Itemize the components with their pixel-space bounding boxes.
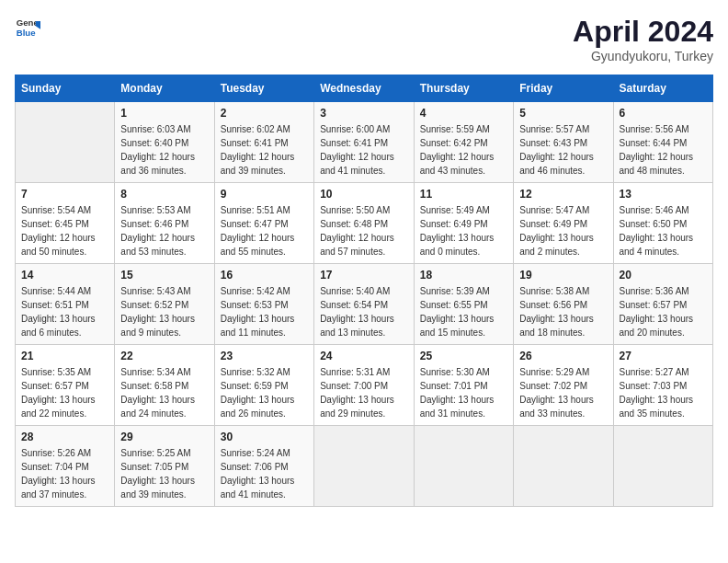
calendar-cell: 23Sunrise: 5:32 AMSunset: 6:59 PMDayligh… bbox=[214, 345, 313, 426]
day-number: 16 bbox=[221, 269, 308, 282]
cell-info: Sunrise: 5:44 AMSunset: 6:51 PMDaylight:… bbox=[21, 284, 108, 339]
day-number: 14 bbox=[21, 269, 108, 282]
cell-info: Sunrise: 5:24 AMSunset: 7:06 PMDaylight:… bbox=[221, 446, 308, 501]
calendar-cell: 18Sunrise: 5:39 AMSunset: 6:55 PMDayligh… bbox=[414, 264, 513, 345]
day-number: 27 bbox=[620, 350, 708, 362]
day-number: 23 bbox=[221, 350, 308, 362]
cell-info: Sunrise: 5:36 AMSunset: 6:57 PMDaylight:… bbox=[620, 284, 708, 339]
cell-info: Sunrise: 5:50 AMSunset: 6:48 PMDaylight:… bbox=[320, 203, 408, 259]
cell-info: Sunrise: 5:25 AMSunset: 7:05 PMDaylight:… bbox=[120, 446, 208, 501]
day-number: 21 bbox=[21, 350, 108, 362]
day-number: 8 bbox=[120, 188, 208, 201]
calendar-cell: 26Sunrise: 5:29 AMSunset: 7:02 PMDayligh… bbox=[514, 345, 613, 426]
day-number: 28 bbox=[21, 431, 108, 443]
calendar-subtitle: Gyundyukoru, Turkey bbox=[573, 49, 713, 63]
calendar-cell: 16Sunrise: 5:42 AMSunset: 6:53 PMDayligh… bbox=[214, 264, 313, 345]
calendar-cell: 24Sunrise: 5:31 AMSunset: 7:00 PMDayligh… bbox=[314, 345, 415, 426]
calendar-cell: 25Sunrise: 5:30 AMSunset: 7:01 PMDayligh… bbox=[414, 345, 513, 426]
calendar-cell: 21Sunrise: 5:35 AMSunset: 6:57 PMDayligh… bbox=[16, 345, 115, 426]
cell-info: Sunrise: 5:34 AMSunset: 6:58 PMDaylight:… bbox=[120, 365, 208, 420]
cell-info: Sunrise: 5:40 AMSunset: 6:54 PMDaylight:… bbox=[320, 284, 408, 339]
calendar-cell: 13Sunrise: 5:46 AMSunset: 6:50 PMDayligh… bbox=[613, 183, 713, 264]
header-friday: Friday bbox=[514, 75, 613, 102]
header-monday: Monday bbox=[115, 75, 214, 102]
calendar-cell: 12Sunrise: 5:47 AMSunset: 6:49 PMDayligh… bbox=[514, 183, 613, 264]
calendar-cell: 1Sunrise: 6:03 AMSunset: 6:40 PMDaylight… bbox=[115, 102, 214, 183]
calendar-title: April 2024 bbox=[573, 15, 713, 49]
day-number: 22 bbox=[120, 350, 208, 362]
header-thursday: Thursday bbox=[414, 75, 513, 102]
calendar-table: SundayMondayTuesdayWednesdayThursdayFrid… bbox=[15, 75, 713, 507]
day-number: 20 bbox=[620, 269, 708, 282]
cell-info: Sunrise: 6:03 AMSunset: 6:40 PMDaylight:… bbox=[120, 122, 208, 178]
day-number: 17 bbox=[320, 269, 408, 282]
cell-info: Sunrise: 6:02 AMSunset: 6:41 PMDaylight:… bbox=[221, 122, 308, 178]
title-area: April 2024 Gyundyukoru, Turkey bbox=[573, 15, 713, 63]
calendar-cell: 11Sunrise: 5:49 AMSunset: 6:49 PMDayligh… bbox=[414, 183, 513, 264]
cell-info: Sunrise: 5:46 AMSunset: 6:50 PMDaylight:… bbox=[620, 203, 708, 259]
day-number: 24 bbox=[320, 350, 408, 362]
day-number: 9 bbox=[221, 188, 308, 201]
day-number: 10 bbox=[320, 188, 408, 201]
calendar-week-row: 1Sunrise: 6:03 AMSunset: 6:40 PMDaylight… bbox=[16, 102, 713, 183]
day-number: 12 bbox=[519, 188, 607, 201]
calendar-cell: 9Sunrise: 5:51 AMSunset: 6:47 PMDaylight… bbox=[214, 183, 313, 264]
day-number: 7 bbox=[21, 188, 108, 201]
day-number: 3 bbox=[320, 107, 408, 120]
day-number: 30 bbox=[221, 431, 308, 443]
cell-info: Sunrise: 5:43 AMSunset: 6:52 PMDaylight:… bbox=[120, 284, 208, 339]
calendar-cell: 3Sunrise: 6:00 AMSunset: 6:41 PMDaylight… bbox=[314, 102, 415, 183]
calendar-cell: 20Sunrise: 5:36 AMSunset: 6:57 PMDayligh… bbox=[613, 264, 713, 345]
svg-marker-2 bbox=[36, 21, 40, 29]
day-number: 25 bbox=[420, 350, 507, 362]
cell-info: Sunrise: 5:31 AMSunset: 7:00 PMDaylight:… bbox=[320, 365, 408, 420]
header-wednesday: Wednesday bbox=[314, 75, 415, 102]
day-number: 26 bbox=[519, 350, 607, 362]
day-number: 5 bbox=[519, 107, 607, 120]
cell-info: Sunrise: 5:49 AMSunset: 6:49 PMDaylight:… bbox=[420, 203, 507, 259]
cell-info: Sunrise: 5:39 AMSunset: 6:55 PMDaylight:… bbox=[420, 284, 507, 339]
calendar-week-row: 21Sunrise: 5:35 AMSunset: 6:57 PMDayligh… bbox=[16, 345, 713, 426]
cell-info: Sunrise: 5:35 AMSunset: 6:57 PMDaylight:… bbox=[21, 365, 108, 420]
calendar-week-row: 28Sunrise: 5:26 AMSunset: 7:04 PMDayligh… bbox=[16, 426, 713, 507]
day-number: 15 bbox=[120, 269, 208, 282]
cell-info: Sunrise: 5:38 AMSunset: 6:56 PMDaylight:… bbox=[519, 284, 607, 339]
day-number: 18 bbox=[420, 269, 507, 282]
calendar-cell: 7Sunrise: 5:54 AMSunset: 6:45 PMDaylight… bbox=[16, 183, 115, 264]
calendar-cell: 8Sunrise: 5:53 AMSunset: 6:46 PMDaylight… bbox=[115, 183, 214, 264]
calendar-header-row: SundayMondayTuesdayWednesdayThursdayFrid… bbox=[16, 75, 713, 102]
header-saturday: Saturday bbox=[613, 75, 713, 102]
calendar-week-row: 14Sunrise: 5:44 AMSunset: 6:51 PMDayligh… bbox=[16, 264, 713, 345]
cell-info: Sunrise: 5:57 AMSunset: 6:43 PMDaylight:… bbox=[519, 122, 607, 178]
calendar-cell: 19Sunrise: 5:38 AMSunset: 6:56 PMDayligh… bbox=[514, 264, 613, 345]
day-number: 1 bbox=[120, 107, 208, 120]
calendar-cell: 28Sunrise: 5:26 AMSunset: 7:04 PMDayligh… bbox=[16, 426, 115, 507]
cell-info: Sunrise: 5:54 AMSunset: 6:45 PMDaylight:… bbox=[21, 203, 108, 259]
calendar-cell: 2Sunrise: 6:02 AMSunset: 6:41 PMDaylight… bbox=[214, 102, 313, 183]
calendar-cell: 27Sunrise: 5:27 AMSunset: 7:03 PMDayligh… bbox=[613, 345, 713, 426]
cell-info: Sunrise: 5:47 AMSunset: 6:49 PMDaylight:… bbox=[519, 203, 607, 259]
calendar-cell bbox=[16, 102, 115, 183]
calendar-cell: 30Sunrise: 5:24 AMSunset: 7:06 PMDayligh… bbox=[214, 426, 313, 507]
logo-icon: General Blue bbox=[15, 15, 40, 40]
calendar-cell bbox=[314, 426, 415, 507]
header-sunday: Sunday bbox=[16, 75, 115, 102]
cell-info: Sunrise: 5:51 AMSunset: 6:47 PMDaylight:… bbox=[221, 203, 308, 259]
cell-info: Sunrise: 5:42 AMSunset: 6:53 PMDaylight:… bbox=[221, 284, 308, 339]
logo: General Blue bbox=[15, 15, 40, 40]
day-number: 2 bbox=[221, 107, 308, 120]
day-number: 29 bbox=[120, 431, 208, 443]
cell-info: Sunrise: 6:00 AMSunset: 6:41 PMDaylight:… bbox=[320, 122, 408, 178]
page-header: General Blue April 2024 Gyundyukoru, Tur… bbox=[15, 15, 713, 63]
svg-text:Blue: Blue bbox=[17, 28, 36, 38]
calendar-cell: 14Sunrise: 5:44 AMSunset: 6:51 PMDayligh… bbox=[16, 264, 115, 345]
calendar-cell: 29Sunrise: 5:25 AMSunset: 7:05 PMDayligh… bbox=[115, 426, 214, 507]
calendar-cell bbox=[613, 426, 713, 507]
calendar-cell: 6Sunrise: 5:56 AMSunset: 6:44 PMDaylight… bbox=[613, 102, 713, 183]
cell-info: Sunrise: 5:27 AMSunset: 7:03 PMDaylight:… bbox=[620, 365, 708, 420]
calendar-cell bbox=[514, 426, 613, 507]
calendar-cell: 10Sunrise: 5:50 AMSunset: 6:48 PMDayligh… bbox=[314, 183, 415, 264]
calendar-cell: 4Sunrise: 5:59 AMSunset: 6:42 PMDaylight… bbox=[414, 102, 513, 183]
cell-info: Sunrise: 5:30 AMSunset: 7:01 PMDaylight:… bbox=[420, 365, 507, 420]
day-number: 13 bbox=[620, 188, 708, 201]
